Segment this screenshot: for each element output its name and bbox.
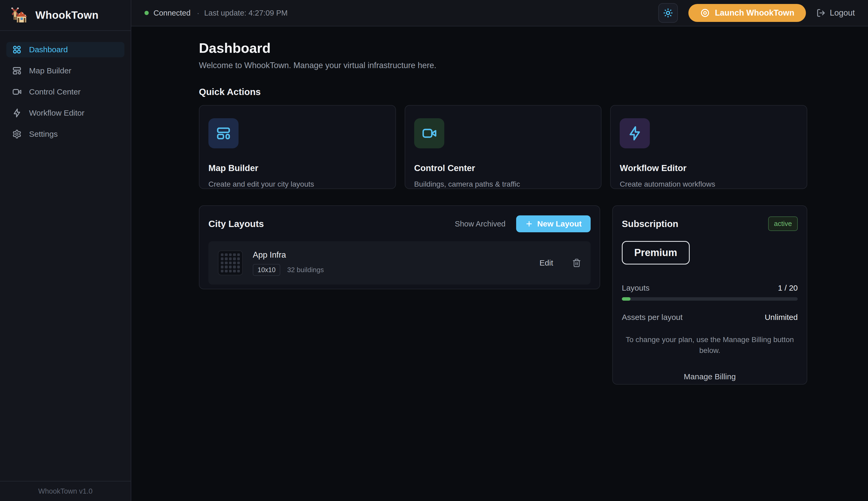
layout-thumbnail: [218, 250, 243, 275]
lightning-bolt-icon: [627, 126, 642, 141]
buildings-count-label: 32 buildings: [287, 266, 324, 274]
assets-value: Unlimited: [765, 313, 798, 322]
plus-icon: [525, 220, 533, 228]
connection-status: Connected · Last update: 4:27:09 PM: [145, 9, 287, 18]
subscription-header: Subscription active: [622, 216, 798, 231]
city-layouts-heading: City Layouts: [208, 218, 264, 229]
app-title: WhookTown: [35, 9, 98, 21]
logout-icon: [816, 9, 825, 18]
new-layout-button[interactable]: New Layout: [516, 215, 590, 232]
layouts-usage-row: Layouts 1 / 20: [622, 284, 798, 292]
show-archived-button[interactable]: Show Archived: [455, 220, 505, 228]
city-layouts-card: City Layouts Show Archived New Layout Ap…: [199, 205, 600, 289]
launch-button-label: Launch WhookTown: [715, 8, 794, 18]
quick-card-map-builder[interactable]: Map Builder Create and edit your city la…: [199, 105, 396, 189]
dashboard-grid-icon: [12, 45, 22, 54]
logout-label: Logout: [830, 8, 855, 18]
layouts-progress-fill: [622, 297, 630, 301]
main-content: Dashboard Welcome to WhookTown. Manage y…: [131, 26, 868, 501]
lightning-bolt-icon: [12, 108, 22, 118]
topbar: Connected · Last update: 4:27:09 PM Laun…: [131, 0, 868, 26]
trash-icon: [572, 258, 581, 267]
quick-actions-row: Map Builder Create and edit your city la…: [199, 105, 807, 189]
quick-card-title: Map Builder: [208, 163, 386, 173]
status-separator: ·: [197, 9, 199, 18]
sidebar-item-settings[interactable]: Settings: [6, 126, 124, 142]
layout-name: App Infra: [253, 250, 540, 260]
billing-note: To change your plan, use the Manage Bill…: [622, 334, 798, 356]
sidebar-item-map-builder[interactable]: Map Builder: [6, 63, 124, 78]
grid-size-badge: 10x10: [253, 264, 280, 276]
layout-info: App Infra 10x10 32 buildings: [253, 250, 540, 276]
gear-icon: [12, 129, 22, 139]
layout-list-item: App Infra 10x10 32 buildings Edit: [208, 241, 590, 285]
assets-row: Assets per layout Unlimited: [622, 313, 798, 322]
layouts-progress-bar: [622, 297, 798, 301]
video-camera-icon: [12, 87, 22, 97]
quick-card-description: Buildings, camera paths & traffic: [414, 180, 592, 189]
subscription-card: Subscription active Premium Layouts 1 / …: [612, 205, 807, 385]
quick-card-workflow-editor[interactable]: Workflow Editor Create automation workfl…: [610, 105, 807, 189]
workflow-editor-tile: [620, 118, 650, 148]
layouts-value: 1 / 20: [778, 284, 798, 292]
page-title: Dashboard: [199, 40, 807, 56]
layouts-label: Layouts: [622, 284, 650, 292]
last-update-label: Last update: 4:27:09 PM: [204, 9, 287, 18]
sidebar-item-label: Workflow Editor: [29, 108, 85, 117]
city-layouts-header: City Layouts Show Archived New Layout: [208, 215, 590, 232]
sun-icon: [663, 8, 673, 18]
sidebar-item-workflow-editor[interactable]: Workflow Editor: [6, 105, 124, 121]
sidebar-item-label: Control Center: [29, 87, 81, 96]
map-builder-panels-icon: [216, 126, 231, 141]
city-layouts-controls: Show Archived New Layout: [455, 215, 590, 232]
quick-card-description: Create automation workflows: [620, 180, 798, 189]
logout-button[interactable]: Logout: [816, 8, 855, 18]
quick-card-description: Create and edit your city layouts: [208, 180, 386, 189]
assets-label: Assets per layout: [622, 313, 682, 322]
sidebar-item-dashboard[interactable]: Dashboard: [6, 42, 124, 57]
map-builder-panels-icon: [12, 66, 22, 75]
page-subtitle: Welcome to WhookTown. Manage your virtua…: [199, 61, 807, 70]
theme-toggle-button[interactable]: [658, 3, 678, 23]
manage-billing-button[interactable]: Manage Billing: [622, 372, 798, 381]
layout-meta: 10x10 32 buildings: [253, 264, 540, 276]
sidebar: WhookTown Dashboard Map Builder Cont: [0, 0, 131, 501]
sidebar-version-label: WhookTown v1.0: [0, 481, 131, 501]
sidebar-item-label: Settings: [29, 130, 57, 139]
video-camera-icon: [421, 126, 437, 141]
edit-layout-button[interactable]: Edit: [540, 258, 553, 267]
map-builder-tile: [208, 118, 239, 148]
subscription-heading: Subscription: [622, 218, 678, 229]
sidebar-header: WhookTown: [0, 0, 131, 31]
sidebar-item-control-center[interactable]: Control Center: [6, 84, 124, 99]
status-dot-icon: [145, 11, 149, 15]
launch-whooktown-button[interactable]: Launch WhookTown: [688, 4, 806, 22]
quick-card-title: Workflow Editor: [620, 163, 798, 173]
bottom-row: City Layouts Show Archived New Layout Ap…: [199, 205, 807, 385]
new-layout-button-label: New Layout: [537, 219, 582, 228]
quick-card-title: Control Center: [414, 163, 592, 173]
target-icon: [700, 8, 710, 18]
whooktown-logo-icon: [11, 6, 29, 24]
status-label: Connected: [154, 9, 190, 18]
sidebar-nav: Dashboard Map Builder Control Center Wor…: [0, 31, 131, 142]
sidebar-item-label: Dashboard: [29, 45, 68, 54]
topbar-actions: Launch WhookTown Logout: [658, 3, 855, 23]
sidebar-item-label: Map Builder: [29, 66, 71, 75]
control-center-tile: [414, 118, 444, 148]
plan-name-chip: Premium: [622, 241, 690, 265]
quick-card-control-center[interactable]: Control Center Buildings, camera paths &…: [405, 105, 602, 189]
quick-actions-heading: Quick Actions: [199, 87, 807, 97]
subscription-status-badge: active: [768, 216, 798, 231]
delete-layout-button[interactable]: [572, 258, 581, 267]
